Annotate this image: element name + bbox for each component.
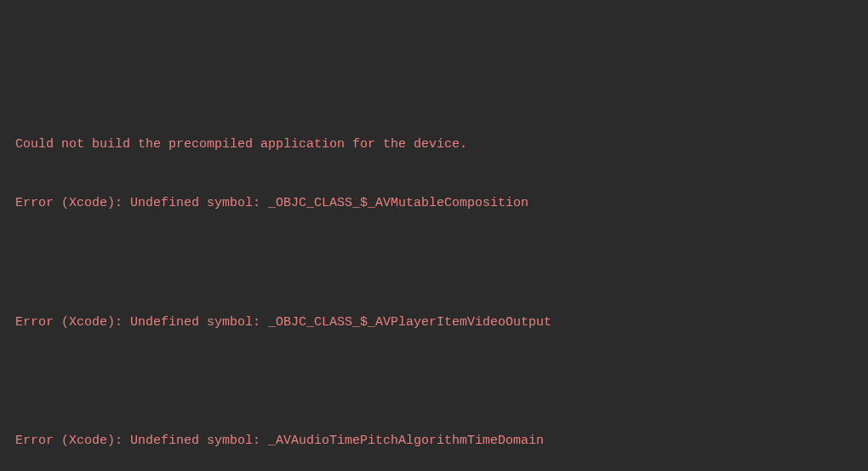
error-prefix: Error (Xcode): Undefined symbol:: [15, 196, 268, 210]
terminal-output: Could not build the precompiled applicat…: [15, 95, 853, 471]
error-prefix: Error (Xcode): Undefined symbol:: [15, 434, 268, 448]
build-error-header: Could not build the precompiled applicat…: [15, 135, 853, 154]
error-line: Error (Xcode): Undefined symbol: _AVAudi…: [15, 431, 853, 451]
error-line: Error (Xcode): Undefined symbol: _OBJC_C…: [15, 193, 853, 213]
error-prefix: Error (Xcode): Undefined symbol:: [15, 315, 268, 330]
error-symbol: _OBJC_CLASS_$_AVPlayerItemVideoOutput: [268, 315, 551, 330]
error-symbol: _AVAudioTimePitchAlgorithmTimeDomain: [268, 434, 544, 448]
error-symbol: _OBJC_CLASS_$_AVMutableComposition: [268, 196, 528, 210]
blank-line: [15, 253, 853, 273]
blank-line: [15, 372, 853, 392]
error-line: Error (Xcode): Undefined symbol: _OBJC_C…: [15, 313, 853, 332]
